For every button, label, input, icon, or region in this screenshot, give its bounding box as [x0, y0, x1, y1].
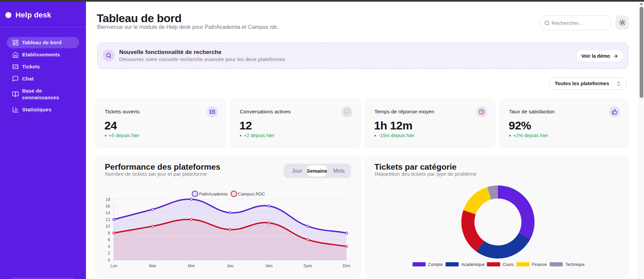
svg-text:Technique: Technique	[565, 262, 585, 267]
svg-text:Académique: Académique	[461, 262, 485, 267]
svg-text:0: 0	[108, 258, 110, 263]
svg-text:14: 14	[105, 211, 110, 215]
svg-text:18: 18	[105, 197, 110, 202]
svg-text:Sam: Sam	[304, 264, 312, 268]
svg-text:Campus RDC: Campus RDC	[238, 191, 265, 197]
svg-text:Ven: Ven	[265, 264, 273, 268]
svg-text:12: 12	[105, 217, 110, 222]
svg-text:2: 2	[108, 251, 110, 256]
svg-text:10: 10	[105, 224, 110, 229]
svg-text:6: 6	[108, 237, 110, 242]
svg-text:Mar: Mar	[149, 264, 156, 268]
svg-text:16: 16	[105, 204, 110, 209]
svg-text:Finance: Finance	[532, 262, 547, 267]
svg-text:Dim: Dim	[343, 264, 350, 268]
svg-text:Lun: Lun	[110, 264, 118, 268]
svg-text:Compte: Compte	[428, 262, 443, 267]
svg-text:8: 8	[108, 231, 110, 235]
svg-text:Cours: Cours	[503, 262, 514, 267]
svg-text:Mer: Mer	[188, 264, 195, 268]
svg-text:PathAcademia: PathAcademia	[199, 191, 228, 197]
svg-text:Jeu: Jeu	[227, 264, 233, 268]
svg-text:4: 4	[108, 244, 110, 249]
